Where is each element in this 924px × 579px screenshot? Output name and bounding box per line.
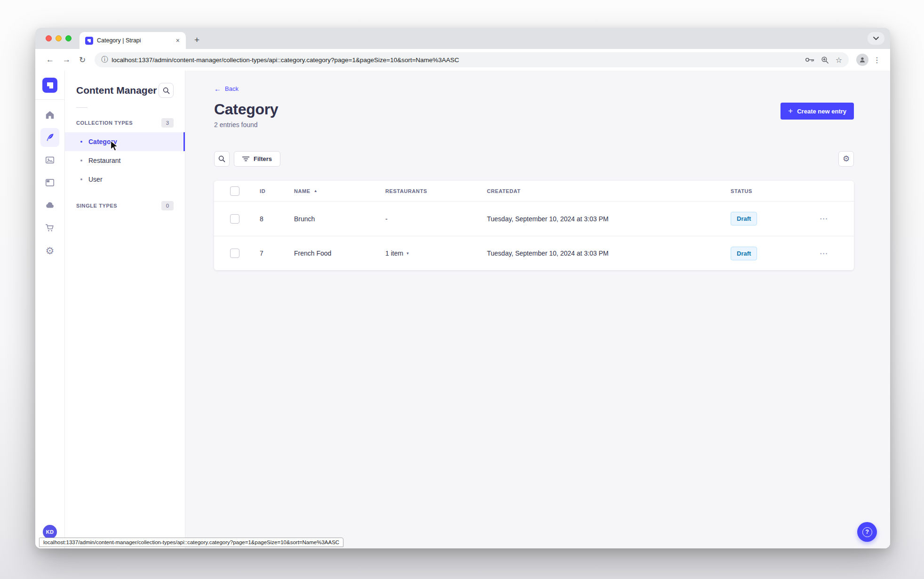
zoom-icon[interactable] [821,56,829,64]
strapi-favicon-icon [85,37,93,45]
panel-search-button[interactable] [159,83,174,98]
table-row[interactable]: 7 French Food 1 item ▾ Tuesday, Septembe… [214,236,854,270]
close-window-button[interactable] [46,35,52,41]
question-mark-icon: ? [862,527,872,537]
media-library-icon[interactable] [40,151,59,169]
collection-types-label: COLLECTION TYPES [76,120,133,126]
content-manager-icon[interactable] [40,128,59,147]
site-info-icon[interactable]: ⓘ [101,56,108,64]
back-icon[interactable]: ← [42,53,58,66]
password-key-icon[interactable] [805,56,814,63]
cell-id: 8 [260,215,294,223]
cell-createdat: Tuesday, September 10, 2024 at 3:03 PM [487,215,731,223]
nav-rail-items: ⚙ [40,105,59,260]
cell-status: Draft [731,212,811,225]
row-menu-icon[interactable]: ⋯ [820,249,828,258]
settings-gear-icon[interactable]: ⚙ [40,241,59,260]
column-header-id[interactable]: ID [260,188,294,194]
filter-icon [242,156,249,161]
column-header-createdat[interactable]: CREATEDAT [487,188,731,194]
marketplace-cart-icon[interactable] [40,218,59,237]
bullet-icon [80,178,82,180]
tab-title: Category | Strapi [97,37,171,44]
create-new-entry-button[interactable]: + Create new entry [781,103,854,120]
collection-types-count-badge: 3 [161,118,174,128]
forward-icon[interactable]: → [58,53,75,66]
list-controls: Filters ⚙ [214,151,854,167]
browser-menu-icon[interactable]: ⋮ [870,56,884,64]
link-status-bar: localhost:1337/admin/content-manager/col… [39,538,343,547]
url-bar-actions: ☆ [805,56,842,64]
row-menu-icon[interactable]: ⋯ [820,214,828,224]
sidebar-item-label: Category [88,138,117,145]
zoom-window-button[interactable] [65,35,72,41]
panel-divider [76,107,88,108]
table-header-row: ID NAME ▲ RESTAURANTS CREATEDAT STATUS [214,181,854,201]
bullet-icon [80,141,82,143]
user-avatar[interactable]: KD [43,525,57,539]
new-tab-button[interactable]: + [191,35,202,45]
cloud-icon[interactable] [40,196,59,215]
main-content: ← Back Category 2 entries found + Create… [185,71,890,548]
back-arrow-icon: ← [214,85,221,93]
search-button[interactable] [214,151,230,167]
nav-rail: ⚙ KD [35,71,65,548]
entries-table: ID NAME ▲ RESTAURANTS CREATEDAT STATUS 8… [214,181,854,270]
sidebar-item-label: User [88,176,103,183]
table-row[interactable]: 8 Brunch - Tuesday, September 10, 2024 a… [214,201,854,236]
bullet-icon [80,160,82,161]
traffic-lights [46,35,72,41]
filters-button[interactable]: Filters [234,151,280,167]
status-badge: Draft [731,212,757,225]
sort-asc-icon: ▲ [314,189,318,193]
browser-toolbar: ← → ↻ ⓘ localhost:1337/admin/content-man… [35,49,890,71]
tab-strip: Category | Strapi × + [35,28,890,49]
minimize-window-button[interactable] [56,35,62,41]
browser-tab[interactable]: Category | Strapi × [80,32,186,49]
row-checkbox[interactable] [230,214,239,224]
browser-window: Category | Strapi × + ← → ↻ ⓘ localhost:… [35,28,890,548]
panel-title: Content Manager [76,85,157,96]
select-all-checkbox[interactable] [230,186,239,196]
sidebar-item-restaurant[interactable]: Restaurant [65,151,185,170]
row-checkbox[interactable] [230,249,239,258]
reload-icon[interactable]: ↻ [75,53,90,67]
cell-createdat: Tuesday, September 10, 2024 at 3:03 PM [487,249,731,257]
view-settings-gear-icon[interactable]: ⚙ [838,151,854,167]
status-badge: Draft [731,247,757,260]
cell-restaurants[interactable]: 1 item ▾ [385,249,487,257]
content-type-builder-icon[interactable] [40,173,59,192]
column-header-status[interactable]: STATUS [731,188,811,194]
page-title: Category [214,101,278,118]
sidebar-item-category[interactable]: Category [65,132,185,151]
home-icon[interactable] [40,105,59,124]
column-header-name[interactable]: NAME ▲ [294,188,385,194]
cell-name: French Food [294,249,385,257]
tab-search-chevron-icon[interactable] [868,32,884,45]
cell-status: Draft [731,247,811,260]
strapi-app: ⚙ KD Content Manager COLLECTION TYPES 3 … [35,71,890,548]
column-header-restaurants[interactable]: RESTAURANTS [385,188,487,194]
cell-restaurants: - [385,215,487,223]
help-button[interactable]: ? [857,522,877,542]
chevron-down-icon: ▾ [406,251,409,256]
strapi-logo-wrap [35,71,64,100]
bookmark-star-icon[interactable]: ☆ [836,56,842,64]
sidebar-item-user[interactable]: User [65,170,185,189]
plus-icon: + [788,106,793,116]
cell-id: 7 [260,249,294,257]
profile-avatar-icon[interactable] [856,54,868,66]
back-link[interactable]: ← Back [214,85,239,93]
entries-count: 2 entries found [214,121,278,129]
single-types-count-badge: 0 [161,201,174,210]
strapi-logo-icon[interactable] [42,78,57,93]
close-tab-icon[interactable]: × [175,37,181,44]
url-text[interactable]: localhost:1337/admin/content-manager/col… [112,56,797,64]
cell-name: Brunch [294,215,385,223]
sidebar-item-label: Restaurant [88,157,120,164]
url-bar[interactable]: ⓘ localhost:1337/admin/content-manager/c… [95,52,849,67]
content-manager-panel: Content Manager COLLECTION TYPES 3 Categ… [65,71,185,548]
single-types-label: SINGLE TYPES [76,203,117,209]
